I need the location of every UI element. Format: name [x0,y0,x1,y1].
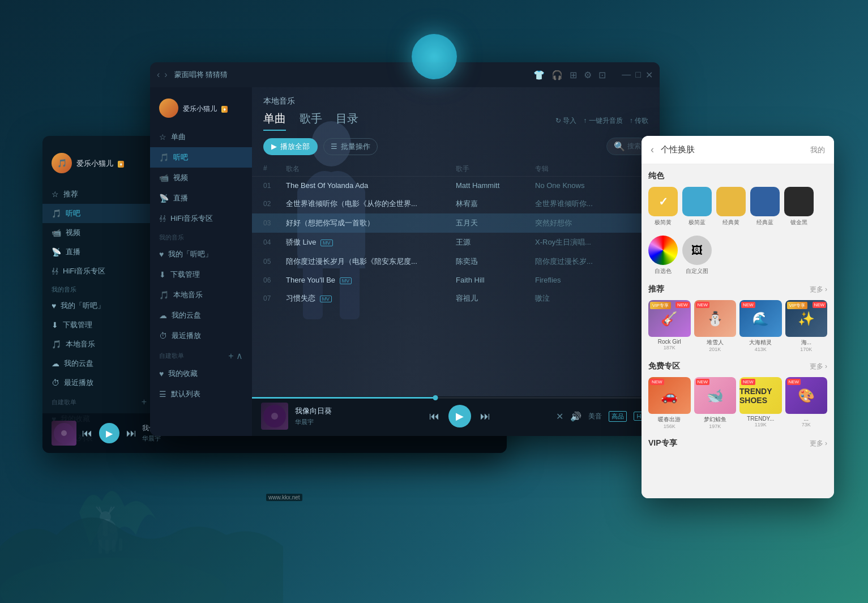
minimize-btn[interactable]: — [622,70,631,80]
play-all-btn[interactable]: ▶ 播放全部 [263,138,318,155]
table-row[interactable]: 06 There You'll Be MV Faith Hill Firefli… [252,271,660,289]
header-album: 专辑 [535,164,648,174]
close-btn[interactable]: ✕ [645,70,653,80]
grid-icon[interactable]: ⊞ [570,70,577,80]
add-playlist-btn[interactable]: + ∧ [228,350,243,361]
back-nav-live[interactable]: 📡直播 [42,242,156,262]
progress-bar[interactable] [252,397,660,399]
nav-video[interactable]: 📹 视频 [150,168,252,188]
username: 爱乐小猫儿 [183,105,217,113]
progress-fill [252,397,435,399]
nav-listen[interactable]: 🎵 听吧 [150,147,252,168]
skin-card-rock-girl[interactable]: 🎸 VIP专享 NEW Rock Girl 187K [648,300,691,352]
headphones-icon[interactable]: 🎧 [551,70,563,80]
skin-card-extra[interactable]: 🎨 NEW ... 73K [785,377,828,429]
skin-label-shoes: TRENDY... [739,416,782,422]
nav-recent[interactable]: ⏱ 最近播放 [150,326,252,346]
nav-recommend[interactable]: ☆ 单曲 [150,127,252,147]
search-placeholder[interactable]: 搜索 [627,142,641,151]
back-sidebar: 🎵 爱乐小猫儿 ♦ ☆推荐 🎵听吧 📹视频 📡直播 𝄞𝄞HiFi音乐专区 我的音… [42,136,156,453]
custom-color-item[interactable]: 自选色 [648,236,678,275]
skin-card-snowman[interactable]: ⛄ NEW 堆雪人 201K [694,300,737,352]
color-item-black[interactable]: 镀金黑 [784,187,814,226]
table-row[interactable]: 05 陪你度过漫长岁月（电影《陪安东尼度... 陈奕迅 陪你度过漫长岁... [252,252,660,271]
new-badge-whale: NEW [696,379,710,385]
new-badge-shoes: NEW [741,379,755,385]
back-nav-recommend[interactable]: ☆推荐 [42,185,156,204]
skin-card-spring[interactable]: 🚗 NEW 暖春出游 156K [648,377,691,429]
skin-card-shoes[interactable]: TRENDY SHOES NEW TRENDY... 119K [739,377,782,429]
prev-btn[interactable]: ⏮ [429,410,439,422]
nav-hifi[interactable]: 𝄞𝄞 HiFi音乐专区 [150,208,252,229]
nav-my-listen[interactable]: ♥ 我的「听吧」 [150,244,252,264]
settings-icon[interactable]: ⚙ [584,70,592,80]
batch-btn[interactable]: ☰ 批量操作 [323,138,378,155]
nav-my-listen-label: 我的「听吧」 [168,249,212,259]
skin-label-misc: 海... [785,339,828,347]
rec-more-link[interactable]: 更多 › [810,285,827,294]
skin-header: ‹ 个性换肤 我的 [642,136,834,164]
back-cloud[interactable]: ☁我的云盘 [42,354,156,373]
next-btn[interactable]: ⏭ [480,410,490,422]
back-nav-video[interactable]: 📹视频 [42,223,156,242]
table-row[interactable]: 07 习惯失恋 MV 容祖儿 嗷泣 [252,289,660,308]
nav-local[interactable]: 🎵 本地音乐 [150,285,252,305]
nav-default-list[interactable]: ☰ 默认列表 [150,384,252,404]
back-nav-hifi[interactable]: 𝄞𝄞HiFi音乐专区 [42,262,156,281]
music-icon: 🎵 [159,153,169,162]
upload-btn[interactable]: ↑ 传歌 [630,116,648,126]
skin-card-misc[interactable]: ✨ VIP专享 NEW 海... 170K [785,300,828,352]
forward-arrow[interactable]: › [164,70,167,80]
custom-row: 自选色 🖼 自定义图 [648,236,827,275]
window-controls: — □ ✕ [622,70,653,80]
table-row[interactable]: 04 骄傲 Live MV 王源 X-Roy生日演唱... [252,233,660,252]
import-btn[interactable]: ↻ 导入 [555,116,576,126]
play-btn[interactable]: ▶ [448,405,471,427]
nav-live[interactable]: 📡 直播 [150,188,252,208]
custom-image-label: 自定义图 [686,267,708,275]
custom-image-item[interactable]: 🖼 自定义图 [682,236,712,275]
back-play-btn[interactable]: ▶ [99,423,119,443]
volume-icon[interactable]: 🔊 [570,411,581,422]
back-add-playlist[interactable]: + [142,397,147,407]
tab-catalog[interactable]: 目录 [336,111,358,131]
skin-back-btn[interactable]: ‹ [651,144,654,156]
skin-card-whale[interactable]: 🐋 NEW 梦幻鲸鱼 197K [694,377,737,429]
table-row[interactable]: 01 The Best Of Yolanda Ada Matt Hammitt … [252,177,660,194]
skin-grid-recommended: 🎸 VIP专享 NEW Rock Girl 187K ⛄ NEW 堆雪人 201… [648,300,827,352]
vip-more-link[interactable]: 更多 › [810,439,827,448]
pure-colors: 极简黄 极简蓝 经典黄 经典蓝 镀金黑 [648,187,827,226]
color-item-yellow[interactable]: 极简黄 [648,187,678,226]
skin-card-ocean[interactable]: 🌊 NEW 大海精灵 413K [739,300,782,352]
back-my-listen[interactable]: ♥我的「听吧」 [42,296,156,315]
back-recent[interactable]: ⏱最近播放 [42,373,156,392]
back-prev-btn[interactable]: ⏮ [82,427,92,439]
color-label-yellow: 极简黄 [655,219,672,226]
tshirt-icon[interactable]: 👕 [533,70,545,80]
back-download[interactable]: ⬇下载管理 [42,315,156,335]
back-nav-listen[interactable]: 🎵听吧 [42,204,156,223]
back-next-btn[interactable]: ⏭ [126,427,136,439]
skin-my-btn[interactable]: 我的 [810,145,825,155]
upgrade-btn[interactable]: ↑ 一键升音质 [583,116,622,126]
top-glow [412,34,457,79]
color-item-classic-blue[interactable]: 经典蓝 [750,187,780,226]
table-row[interactable]: 03 好好（想把你写成一首歌） 五月天 突然好想你 [252,213,660,233]
song-album: 嗷泣 [535,293,648,303]
maximize-btn[interactable]: □ [635,70,641,80]
tab-artist[interactable]: 歌手 [300,111,322,131]
nav-favorites[interactable]: ♥ 我的收藏 [150,363,252,384]
screen-icon[interactable]: ⊡ [598,70,606,80]
color-item-blue[interactable]: 极简蓝 [682,187,712,226]
delete-icon[interactable]: ✕ [556,411,563,422]
batch-icon: ☰ [331,142,337,151]
color-item-classic-yellow[interactable]: 经典黄 [716,187,746,226]
tab-single[interactable]: 单曲 [263,111,286,131]
back-local-music[interactable]: 🎵本地音乐 [42,335,156,354]
skin-count-rock-girl: 187K [648,345,691,350]
free-more-link[interactable]: 更多 › [810,362,827,371]
nav-cloud[interactable]: ☁ 我的云盘 [150,305,252,326]
table-row[interactable]: 02 全世界谁倾听你（电影《从你的全世界... 林宥嘉 全世界谁倾听你... [252,194,660,213]
back-arrow[interactable]: ‹ [157,70,160,80]
nav-download[interactable]: ⬇ 下载管理 [150,264,252,285]
